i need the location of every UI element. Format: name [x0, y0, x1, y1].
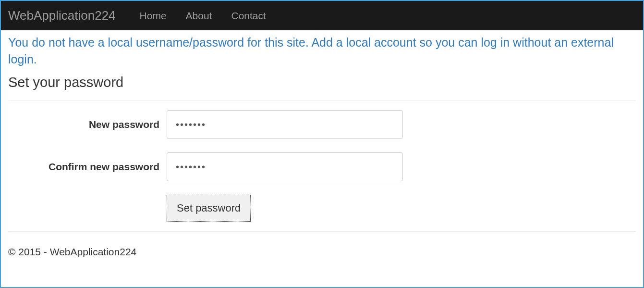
navbar: WebApplication224 Home About Contact — [1, 1, 643, 30]
submit-offset — [8, 195, 167, 222]
submit-row: Set password — [8, 195, 636, 222]
nav-links: Home About Contact — [130, 3, 276, 29]
nav-link-contact[interactable]: Contact — [222, 3, 276, 29]
footer-text: © 2015 - WebApplication224 — [8, 246, 636, 258]
info-message: You do not have a local username/passwor… — [8, 30, 636, 70]
footer: © 2015 - WebApplication224 — [8, 241, 636, 263]
divider-bottom — [8, 231, 636, 232]
page-heading: Set your password — [8, 75, 636, 90]
form-group-confirm-password: Confirm new password — [8, 152, 636, 181]
set-password-button[interactable]: Set password — [167, 195, 251, 222]
nav-link-about[interactable]: About — [176, 3, 222, 29]
new-password-label: New password — [8, 119, 167, 130]
new-password-input[interactable] — [167, 110, 403, 139]
confirm-password-label: Confirm new password — [8, 161, 167, 173]
nav-link-home[interactable]: Home — [130, 3, 176, 29]
divider-top — [8, 100, 636, 100]
confirm-password-input[interactable] — [167, 152, 403, 181]
main-container: You do not have a local username/passwor… — [1, 30, 643, 263]
navbar-brand[interactable]: WebApplication224 — [8, 1, 123, 30]
form-group-new-password: New password — [8, 110, 636, 139]
